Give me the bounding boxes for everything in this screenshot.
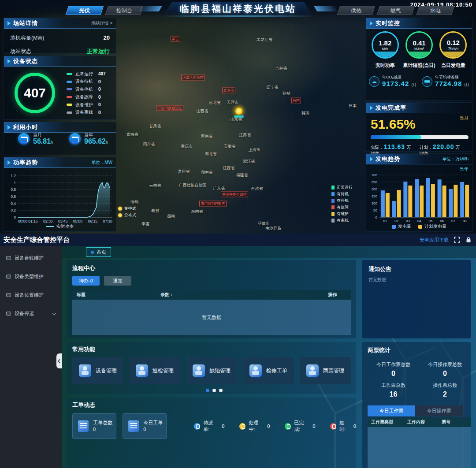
- ticket-stats-grid: 今日工作票总数 0 今日操作票总数 0 工作票总数 16 操作票总数 2: [368, 357, 471, 398]
- gauge-unit: MW: [382, 47, 388, 51]
- solar-dashboard: 蒙古内蒙古自治区黑龙江省吉林省辽宁省北京市天津市河北省山西省山东省河南省江苏省上…: [0, 0, 476, 234]
- platform-header: 安全生产综合管控平台 安卓应用下载: [0, 234, 476, 246]
- tab-home[interactable]: 首页: [86, 247, 111, 257]
- map-label: 上海市: [249, 147, 260, 153]
- process-filter-button[interactable]: 待办·0: [72, 276, 100, 286]
- energy-tab[interactable]: 光伏: [66, 6, 104, 15]
- energy-tab[interactable]: 供热: [337, 6, 376, 15]
- panel-arrow-icon: [370, 157, 373, 161]
- sidebar-item[interactable]: 设备停运: [0, 307, 62, 320]
- sidebar-item[interactable]: 设备类型维护: [0, 270, 62, 283]
- svg-text:01:15: 01:15: [28, 219, 38, 223]
- gauge-label: 当日发电量: [437, 62, 469, 69]
- carousel-dot[interactable]: [219, 389, 223, 392]
- carousel-dot[interactable]: [212, 389, 216, 392]
- table-column-header[interactable]: 票号: [442, 419, 471, 425]
- map-label: 海南省: [191, 209, 203, 215]
- panel-arrow-icon: [7, 160, 11, 165]
- gauge-unit: MJ/m²: [414, 47, 424, 51]
- power-trend-legend: 实时功率: [4, 223, 116, 230]
- work-orders-title: 工单动态: [72, 401, 356, 409]
- ticket-stat-label: 今日操作票总数: [419, 361, 471, 368]
- energy-tab[interactable]: 燃气: [377, 6, 415, 15]
- device-status-legend: 正常运行 407 设备待机 0 设备停机 0 设备故障 0 设备维护: [67, 70, 106, 116]
- sidebar-item[interactable]: 设备台账维护: [0, 251, 62, 264]
- legend-swatch: [331, 212, 335, 216]
- map-legend-item: 有待机: [331, 191, 353, 197]
- utilization-month: 当月 56.81h: [18, 132, 53, 146]
- status-swatch: [67, 104, 72, 106]
- process-table-header: 标题条数 ↕操作: [72, 290, 351, 300]
- energy-tab[interactable]: 水电: [416, 6, 455, 15]
- function-tile[interactable]: 两票管理: [300, 357, 351, 384]
- ticket-stats-card: 两票统计 今日工作票总数 0 今日操作票总数 0 工作票总数 16 操作票总数 …: [362, 342, 471, 468]
- utilization-year: 当年 965.62h: [69, 132, 108, 146]
- coal-value: 7724.98: [435, 80, 462, 87]
- process-center-title: 流程中心: [72, 264, 351, 272]
- process-filter-button[interactable]: 通知: [104, 276, 131, 286]
- station-status-value: 正常运行: [87, 48, 110, 56]
- fullscreen-icon[interactable]: [454, 237, 460, 243]
- station-sun-marker[interactable]: [235, 108, 242, 115]
- realtime-stats: ☁ 年CO₂减排 9173.42 (t) 年节约标准煤 7724.98 (t): [366, 74, 472, 88]
- map-label: 湖南省: [201, 170, 213, 175]
- status-label: 设备待机: [75, 78, 98, 85]
- carousel-dot[interactable]: [206, 389, 209, 392]
- sidebar-collapse-handle[interactable]: [56, 353, 62, 368]
- panel-arrow-icon: [7, 125, 11, 130]
- ticket-tab[interactable]: 今日操作票: [415, 405, 463, 416]
- panel-title: 利用小时: [13, 123, 38, 131]
- status-value: 0: [312, 423, 315, 429]
- svg-text:150: 150: [372, 194, 378, 198]
- android-download-link[interactable]: 安卓应用下载: [420, 237, 449, 243]
- map-label: 辽宁省: [267, 85, 279, 90]
- ticket-stat-label: 操作票总数: [419, 382, 471, 389]
- ticket-tab[interactable]: 今日工作票: [368, 405, 415, 416]
- svg-text:0.8: 0.8: [11, 187, 16, 192]
- table-column-header[interactable]: 标题: [72, 292, 160, 298]
- map-label: 南沙群岛: [265, 226, 281, 231]
- status-value: 0: [267, 423, 270, 429]
- table-column-header[interactable]: 操作: [275, 292, 351, 298]
- status-value: 407: [98, 71, 106, 76]
- work-order-tiles: 工单总数0 今日工单0 待派单: 0 处理中: 0: [72, 413, 356, 439]
- function-label: 缺陷管理: [209, 367, 231, 375]
- station-detail-link[interactable]: 场站详情 >: [91, 18, 112, 29]
- plant-mode-item[interactable]: 分布式: [118, 212, 136, 219]
- process-buttons: 待办·0通知: [72, 276, 351, 286]
- device-status-item: 设备待机 0: [67, 78, 106, 86]
- function-tile[interactable]: 设备管理: [72, 357, 123, 384]
- legend-label: 正常运行: [337, 185, 353, 190]
- device-status-item: 设备维护 0: [67, 101, 106, 109]
- work-order-total-tile[interactable]: 工单总数0: [72, 413, 116, 439]
- function-3d-icon: [79, 364, 91, 377]
- sidebar-item[interactable]: 设备位置维护: [0, 288, 62, 301]
- panel-arrow-icon: [370, 106, 373, 110]
- function-tile[interactable]: 检修工单: [243, 357, 294, 384]
- map-label: 山西省: [197, 108, 208, 114]
- work-order-today-tile[interactable]: 今日工单0: [123, 413, 167, 439]
- ticket-stat-value: 0: [419, 370, 471, 378]
- sidebar-item-label: 设备停运: [15, 310, 34, 317]
- map-label: 吉林省: [275, 66, 287, 71]
- map-legend-item: 有停机: [331, 197, 353, 204]
- status-value: 0: [98, 95, 101, 100]
- table-column-header[interactable]: 工作票类型: [368, 419, 407, 425]
- legend-swatch: [331, 219, 335, 223]
- work-order-statuses: 待派单: 0 处理中: 0 已完成: 0 超时:: [194, 420, 356, 433]
- legend-item: 实时功率: [46, 223, 74, 230]
- panel-header: 实时监控: [366, 18, 472, 29]
- function-tile[interactable]: 缺陷管理: [186, 357, 237, 384]
- table-column-header[interactable]: 工作内容: [407, 419, 442, 425]
- lock-icon[interactable]: [465, 237, 472, 243]
- status-label: 待派单:: [203, 420, 218, 433]
- notice-card: 通知公告 暂无数据: [362, 260, 471, 338]
- plant-mode-item[interactable]: 集中式: [118, 205, 136, 212]
- sidebar-item-label: 设备台账维护: [15, 255, 44, 261]
- function-tile[interactable]: 巡检管理: [129, 357, 180, 384]
- map-label: 老挝: [151, 208, 159, 214]
- table-column-header[interactable]: 条数 ↕: [160, 292, 275, 298]
- device-module-icon: [6, 293, 11, 297]
- gauge-circle: 0.41 MJ/m²: [405, 31, 433, 59]
- utilization-month-unit: h: [51, 140, 53, 145]
